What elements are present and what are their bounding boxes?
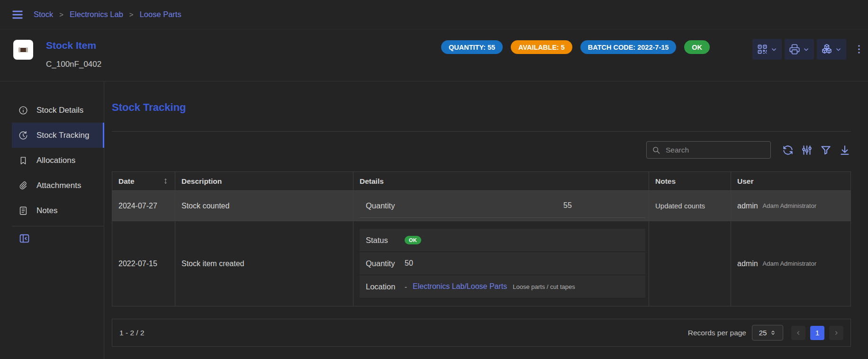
column-label: User [737,177,753,186]
status-badges: QUANTITY: 55AVAILABLE: 5BATCH CODE: 2022… [441,40,710,54]
sidebar-item-allocations[interactable]: Allocations [12,148,104,173]
breadcrumb-link-stock[interactable]: Stock [34,10,53,19]
download-button[interactable] [839,144,851,156]
notes-icon [18,206,28,216]
barcode-actions-button[interactable] [752,39,782,60]
sidebar-item-attachments[interactable]: Attachments [12,173,104,198]
stock-item-page: Stock>Electronics Lab>Loose Parts Stock … [0,0,868,359]
sidebar-divider [12,226,104,226]
detail-label: Quantity [366,201,395,210]
stock-item-thumbnail[interactable] [13,40,33,60]
main-panel: Stock Tracking DateDescriptionDetailsNot… [112,81,851,359]
tracking-row[interactable]: 2022-07-15Stock item createdStatusOKQuan… [112,221,850,306]
available-badge: AVAILABLE: 5 [511,40,572,54]
sidebar-collapse-icon[interactable] [18,233,30,244]
page-button-1[interactable]: 1 [810,326,824,340]
info-icon [18,105,28,116]
username: admin [737,260,758,268]
column-header-user[interactable]: User [731,172,850,190]
sidebar-item-label: Allocations [36,156,75,165]
tracking-row[interactable]: 2024-07-27Stock countedQuantity55Updated… [112,191,850,221]
sidebar-item-stock-tracking[interactable]: Stock Tracking [12,123,104,148]
previous-page-button[interactable] [791,326,805,340]
chevron-down-icon [802,45,810,54]
table-toolbar [646,141,851,159]
breadcrumb-link-electronics-lab[interactable]: Electronics Lab [70,10,123,19]
search-box[interactable] [646,141,771,159]
detail-row-quantity: Quantity55 [360,194,645,218]
search-input[interactable] [665,145,766,155]
breadcrumb-link-loose-parts[interactable]: Loose Parts [140,10,181,19]
caret-updown-icon [770,330,776,336]
breadcrumb-separator: > [129,10,134,18]
detail-label: Quantity [366,259,395,268]
details-subtable: StatusOKQuantity50Location-Electronics L… [360,229,645,298]
stock-operations-button[interactable] [817,39,846,60]
panel-heading: Stock Tracking [112,101,186,114]
sort-icon[interactable] [162,178,169,185]
breadcrumb-bar: Stock>Electronics Lab>Loose Parts [0,0,868,29]
table-footer: 1 - 2 / 2 Records per page 25 1 [112,319,851,347]
notes-cell: Updated counts [649,191,731,221]
menu-icon[interactable] [11,8,24,21]
heading-divider [112,131,851,132]
detail-row-quantity: Quantity50 [360,252,645,275]
sidebar-item-stock-details[interactable]: Stock Details [12,98,104,123]
sidebar-item-label: Notes [36,206,57,215]
column-label: Description [181,177,222,186]
records-per-page-label: Records per page [688,329,746,337]
batch-code-badge: BATCH CODE: 2022-7-15 [580,40,677,54]
location-link[interactable]: Electronics Lab/Loose Parts [413,282,507,291]
next-page-button[interactable] [829,326,843,340]
refresh-button[interactable] [782,144,794,156]
details-cell: StatusOKQuantity50Location-Electronics L… [353,221,649,306]
sidebar-item-label: Stock Tracking [36,131,90,140]
column-label: Notes [655,177,676,186]
bookmark-icon [18,155,28,166]
status-ok-pill: OK [405,236,421,244]
column-header-notes[interactable]: Notes [649,172,731,190]
user-full-name: Adam Administrator [763,260,816,267]
detail-value: 50 [405,259,413,268]
description-cell: Stock counted [175,191,353,221]
detail-row-status: StatusOK [360,229,645,252]
stock-tracking-table: DateDescriptionDetailsNotesUser 2024-07-… [112,171,851,306]
record-range: 1 - 2 / 2 [119,329,145,337]
filter-button[interactable] [820,144,832,156]
records-per-page-select[interactable]: 25 [752,325,783,341]
location-dash: - [405,283,407,291]
search-icon [651,145,661,155]
capacitor-image [16,43,30,57]
print-actions-button[interactable] [785,39,814,60]
table-options-button[interactable] [801,144,813,156]
qr-code-icon [756,43,769,55]
detail-label: Location [366,282,395,291]
action-buttons [752,39,865,60]
column-label: Date [118,177,135,186]
printer-icon [788,43,801,55]
column-header-details[interactable]: Details [353,172,649,190]
column-header-description[interactable]: Description [175,172,353,190]
packages-icon [821,43,833,55]
status-ok-badge: OK [684,40,710,54]
more-actions-icon[interactable] [853,44,865,55]
detail-label: Status [366,236,388,245]
breadcrumb-separator: > [59,10,63,18]
sidebar-item-label: Attachments [36,181,81,190]
breadcrumb: Stock>Electronics Lab>Loose Parts [34,10,181,19]
date-cell: 2024-07-27 [112,191,175,221]
column-label: Details [360,177,384,186]
description-cell: Stock item created [175,221,353,306]
stock-item-name: C_100nF_0402 [46,60,101,69]
user-full-name: Adam Administrator [763,202,816,209]
details-subtable: Quantity55 [360,194,645,218]
column-header-date[interactable]: Date [112,172,175,190]
notes-cell [649,221,731,306]
chevron-down-icon [770,45,778,54]
date-cell: 2022-07-15 [112,221,175,306]
detail-value: 55 [563,201,572,210]
details-cell: Quantity55 [353,191,649,221]
location-description: Loose parts / cut tapes [513,283,575,290]
sidebar-item-notes[interactable]: Notes [12,198,104,223]
history-icon [18,130,28,141]
